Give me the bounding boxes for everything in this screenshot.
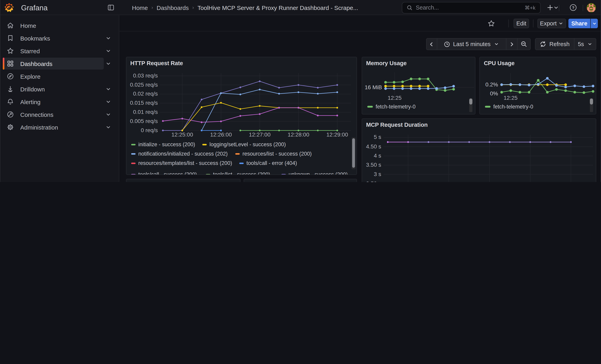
svg-text:initialize - success (200): initialize - success (200) (138, 142, 195, 148)
svg-text:resources/list - success (200): resources/list - success (200) (242, 151, 312, 157)
svg-text:0.005 req/s: 0.005 req/s (130, 118, 158, 124)
svg-text:12:26:00: 12:26:00 (210, 132, 232, 138)
svg-text:12:28:00: 12:28:00 (288, 132, 309, 138)
svg-text:5 s: 5 s (374, 134, 381, 140)
svg-text:tools/call - success (200): tools/call - success (200) (138, 172, 197, 175)
svg-text:3.50 s: 3.50 s (366, 162, 381, 168)
svg-text:12:27:00: 12:27:00 (249, 132, 270, 138)
svg-text:0.01 req/s: 0.01 req/s (133, 109, 158, 115)
svg-text:16 MiB: 16 MiB (365, 84, 382, 91)
svg-text:notifications/initialized - su: notifications/initialized - success (202… (138, 151, 228, 157)
svg-text:?: ? (572, 6, 574, 10)
svg-text:tools/call - error (404): tools/call - error (404) (246, 160, 297, 166)
svg-text:logging/setLevel - success (20: logging/setLevel - success (200) (210, 142, 286, 148)
svg-text:0 req/s: 0 req/s (141, 127, 158, 133)
svg-text:unknown - success (200): unknown - success (200) (289, 172, 348, 175)
svg-text:12:29:00: 12:29:00 (326, 132, 348, 138)
svg-text:4.50 s: 4.50 s (366, 143, 381, 150)
svg-text:fetch-telemetry-0: fetch-telemetry-0 (376, 104, 416, 110)
svg-text:resources/templates/list - suc: resources/templates/list - success (200) (138, 160, 232, 166)
svg-text:tools/list - success (200): tools/list - success (200) (213, 172, 270, 175)
svg-text:0%: 0% (490, 91, 498, 97)
svg-text:fetch-telemetry-0: fetch-telemetry-0 (493, 104, 533, 110)
svg-text:0.2%: 0.2% (486, 82, 498, 88)
svg-text:4 s: 4 s (374, 153, 381, 159)
svg-text:0.015 req/s: 0.015 req/s (130, 100, 158, 106)
svg-text:0.02 req/s: 0.02 req/s (133, 91, 158, 97)
svg-text:0.03 req/s: 0.03 req/s (133, 73, 158, 79)
svg-text:12:25: 12:25 (388, 95, 402, 101)
svg-text:12:25:00: 12:25:00 (171, 132, 193, 138)
svg-text:2.50 s: 2.50 s (366, 180, 381, 182)
svg-text:12:25: 12:25 (504, 95, 518, 101)
svg-text:3 s: 3 s (374, 171, 381, 177)
svg-text:0.025 req/s: 0.025 req/s (130, 82, 158, 88)
